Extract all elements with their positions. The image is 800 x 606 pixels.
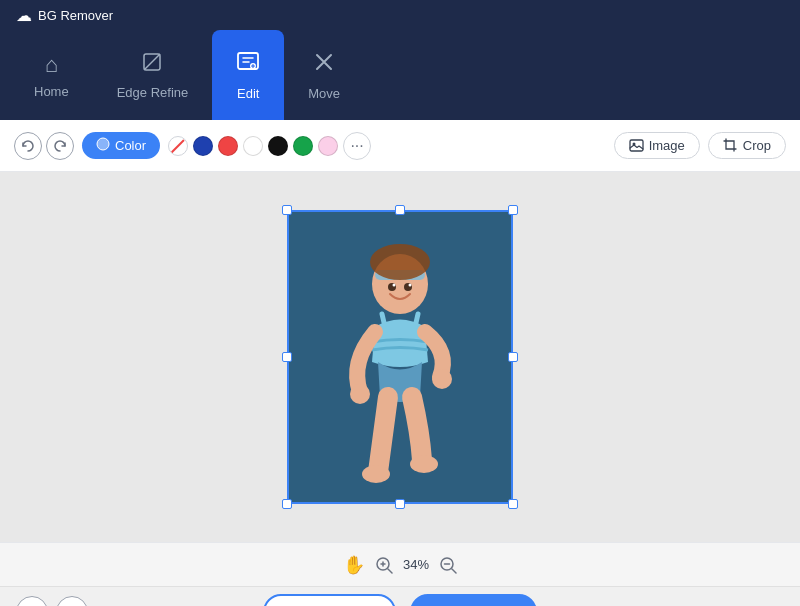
child-figure <box>289 212 511 502</box>
color-button[interactable]: Color <box>82 132 160 159</box>
nav-item-edge-refine-label: Edge Refine <box>117 85 189 100</box>
app-title: BG Remover <box>38 8 113 23</box>
handle-bottom-left[interactable] <box>282 499 292 509</box>
app-logo-icon: ☁ <box>16 6 32 25</box>
nav-item-edge-refine[interactable]: Edge Refine <box>93 30 213 120</box>
zoom-out-button[interactable] <box>439 556 457 574</box>
redo-button[interactable] <box>46 132 74 160</box>
handle-bottom-right[interactable] <box>508 499 518 509</box>
nav-item-edit[interactable]: Edit <box>212 30 284 120</box>
footer-prev-button[interactable]: ‹ <box>16 596 48 607</box>
color-swatches: ··· <box>168 132 371 160</box>
handle-top-right[interactable] <box>508 205 518 215</box>
svg-point-12 <box>410 455 438 473</box>
svg-point-3 <box>97 138 109 150</box>
svg-point-16 <box>409 284 412 287</box>
image-canvas-wrapper <box>287 210 513 504</box>
swatch-transparent[interactable] <box>168 136 188 156</box>
image-canvas[interactable] <box>287 210 513 504</box>
crop-button-label: Crop <box>743 138 771 153</box>
svg-rect-4 <box>630 140 643 151</box>
footer-next-button[interactable]: › <box>56 596 88 607</box>
zoom-in-button[interactable] <box>375 556 393 574</box>
svg-point-11 <box>362 465 390 483</box>
image-button-label: Image <box>649 138 685 153</box>
swatch-black[interactable] <box>268 136 288 156</box>
swatch-green[interactable] <box>293 136 313 156</box>
move-icon <box>312 50 336 80</box>
image-icon <box>629 138 644 153</box>
color-dot-icon <box>96 137 110 154</box>
nav-item-home[interactable]: ⌂ Home <box>10 30 93 120</box>
nav-item-move-label: Move <box>308 86 340 101</box>
zoom-bar: ✋ 34% <box>0 542 800 586</box>
handle-mid-right[interactable] <box>508 352 518 362</box>
edit-toolbar: Color ··· Image Crop <box>0 120 800 172</box>
crop-icon <box>723 138 738 153</box>
svg-point-15 <box>393 284 396 287</box>
handle-mid-left[interactable] <box>282 352 292 362</box>
swatch-blue[interactable] <box>193 136 213 156</box>
undo-redo-group <box>14 132 74 160</box>
svg-point-10 <box>432 369 452 389</box>
crop-button[interactable]: Crop <box>708 132 786 159</box>
footer-nav: ‹ › <box>16 596 88 607</box>
canvas-area <box>0 172 800 542</box>
color-button-label: Color <box>115 138 146 153</box>
edit-icon <box>236 50 260 80</box>
nav-item-home-label: Home <box>34 84 69 99</box>
edge-refine-icon <box>141 51 163 79</box>
swatch-red[interactable] <box>218 136 238 156</box>
handle-top-left[interactable] <box>282 205 292 215</box>
app-header: ☁ BG Remover <box>0 0 800 30</box>
main-nav: ⌂ Home Edge Refine Edit Move <box>0 30 800 120</box>
svg-point-9 <box>350 384 370 404</box>
handle-bottom-mid[interactable] <box>395 499 405 509</box>
zoom-level: 34% <box>403 557 429 572</box>
handle-top-mid[interactable] <box>395 205 405 215</box>
more-swatches-button[interactable]: ··· <box>343 132 371 160</box>
swatch-white[interactable] <box>243 136 263 156</box>
svg-point-8 <box>370 244 430 280</box>
footer: ‹ › New Image Download <box>0 586 800 606</box>
child-figure-svg <box>310 232 490 502</box>
hand-tool-icon: ✋ <box>343 554 365 576</box>
home-icon: ⌂ <box>45 52 58 78</box>
download-button[interactable]: Download <box>410 594 537 607</box>
nav-item-edit-label: Edit <box>237 86 259 101</box>
swatch-pink[interactable] <box>318 136 338 156</box>
nav-item-move[interactable]: Move <box>284 30 364 120</box>
new-image-button[interactable]: New Image <box>263 594 396 607</box>
image-button[interactable]: Image <box>614 132 700 159</box>
undo-button[interactable] <box>14 132 42 160</box>
